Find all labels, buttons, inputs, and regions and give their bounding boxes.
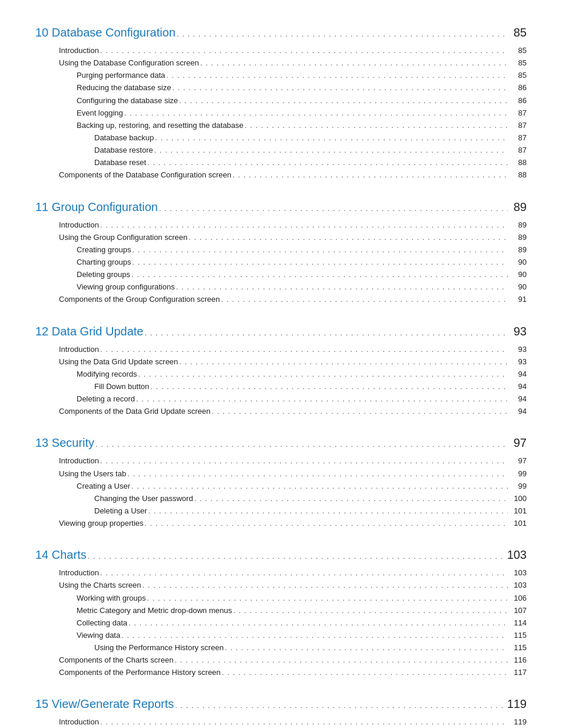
toc-entry: Using the Charts screen103 (35, 579, 527, 591)
entry-dots (127, 617, 509, 629)
entry-dots (178, 356, 509, 368)
toc-entry: Modifying records94 (35, 368, 527, 380)
entry-page: 90 (509, 281, 527, 293)
section-title-dots (87, 551, 507, 562)
toc-entry: Viewing group properties101 (35, 518, 527, 529)
entry-label: Backing up, restoring, and resetting the… (77, 120, 243, 131)
entry-dots (232, 169, 509, 181)
section-page: 89 (509, 198, 527, 216)
toc-entry: Using the Performance History screen115 (35, 642, 527, 654)
entry-label: Components of the Data Grid Update scree… (59, 406, 210, 417)
entry-page: 94 (509, 368, 527, 380)
toc-section-s12: 12 Data Grid Update93Introduction93Using… (35, 322, 527, 418)
entry-dots (146, 157, 509, 169)
entry-page: 116 (509, 654, 527, 666)
entry-label: Using the Charts screen (59, 579, 141, 591)
entry-label: Viewing group configurations (77, 281, 175, 293)
toc-entry: Introduction103 (35, 567, 527, 579)
entry-label: Reducing the database size (77, 82, 171, 94)
entry-dots (243, 120, 509, 131)
toc-entry: Database restore87 (35, 144, 527, 156)
entry-label: Viewing group properties (59, 518, 144, 529)
entry-dots (175, 281, 509, 293)
toc-entry: Components of the Group Configuration sc… (35, 294, 527, 305)
toc-entry: Database reset88 (35, 157, 527, 169)
entry-dots (187, 232, 509, 243)
entry-label: Event logging (77, 107, 123, 119)
section-title-dots (174, 700, 507, 711)
entry-page: 101 (509, 518, 527, 529)
entry-label: Database restore (94, 144, 153, 156)
section-title: 13 Security (35, 434, 94, 452)
toc-entry: Using the Database Configuration screen8… (35, 57, 527, 69)
toc-entry: Event logging87 (35, 107, 527, 119)
entry-dots (173, 654, 509, 666)
toc-entry: Working with groups106 (35, 592, 527, 604)
entry-page: 115 (509, 630, 527, 641)
entry-label: Components of the Group Configuration sc… (59, 294, 220, 305)
entry-label: Changing the User password (94, 493, 193, 505)
entry-dots (141, 579, 509, 591)
entry-dots (221, 667, 509, 678)
entry-dots (130, 480, 509, 492)
entry-page: 89 (509, 244, 527, 256)
toc-entry: Creating a User99 (35, 480, 527, 492)
toc-entry: Charting groups90 (35, 256, 527, 268)
entry-label: Deleting a record (77, 393, 135, 405)
toc-entry: Changing the User password100 (35, 493, 527, 505)
toc-section-s13: 13 Security97Introduction97Using the Use… (35, 434, 527, 529)
entry-label: Introduction (59, 455, 99, 467)
toc-entry: Introduction119 (35, 716, 527, 728)
section-title-row: 10 Database Configuration85 (35, 24, 527, 44)
entry-dots (154, 132, 509, 144)
toc-entry: Introduction97 (35, 455, 527, 467)
entry-page: 101 (509, 505, 527, 517)
entry-page: 117 (509, 667, 527, 678)
entry-page: 93 (509, 356, 527, 368)
entry-page: 88 (509, 157, 527, 169)
entry-label: Using the Data Grid Update screen (59, 356, 178, 368)
entry-label: Introduction (59, 219, 99, 231)
entry-page: 85 (509, 70, 527, 81)
entry-dots (178, 95, 509, 107)
entry-page: 103 (509, 567, 527, 579)
entry-dots (165, 70, 509, 81)
section-page: 119 (507, 695, 527, 713)
entry-label: Database reset (94, 157, 146, 169)
entry-label: Using the Performance History screen (94, 642, 224, 654)
entry-dots (144, 518, 509, 529)
entry-dots (171, 82, 509, 94)
entry-page: 85 (509, 57, 527, 69)
toc-entry: Introduction89 (35, 219, 527, 231)
entry-page: 97 (509, 455, 527, 467)
entry-dots (99, 344, 509, 355)
entry-page: 119 (509, 716, 527, 728)
toc-entry: Components of the Performance History sc… (35, 667, 527, 678)
entry-label: Deleting a User (94, 505, 147, 517)
entry-page: 89 (509, 232, 527, 243)
entry-dots (99, 567, 509, 579)
entry-label: Introduction (59, 344, 99, 355)
section-title-row: 14 Charts103 (35, 546, 527, 566)
toc-entry: Deleting groups90 (35, 269, 527, 281)
entry-label: Charting groups (77, 256, 131, 268)
entry-label: Using the Users tab (59, 468, 126, 480)
entry-dots (149, 381, 509, 393)
entry-page: 90 (509, 256, 527, 268)
toc-entry: Collecting data114 (35, 617, 527, 629)
section-title: 14 Charts (35, 546, 87, 564)
toc-entry: Metric Category and Metric drop-down men… (35, 605, 527, 617)
toc-section-s10: 10 Database Configuration85Introduction8… (35, 24, 527, 182)
section-title-row: 15 View/Generate Reports119 (35, 695, 527, 716)
entry-dots (224, 642, 509, 654)
section-page: 97 (509, 434, 527, 452)
entry-page: 115 (509, 642, 527, 654)
entry-dots (131, 244, 510, 256)
entry-label: Modifying records (77, 368, 137, 380)
entry-page: 99 (509, 468, 527, 480)
entry-dots (210, 406, 509, 417)
toc-entry: Viewing group configurations90 (35, 281, 527, 293)
entry-page: 89 (509, 219, 527, 231)
toc-section-s14: 14 Charts103Introduction103Using the Cha… (35, 546, 527, 678)
section-title-row: 11 Group Configuration89 (35, 198, 527, 219)
